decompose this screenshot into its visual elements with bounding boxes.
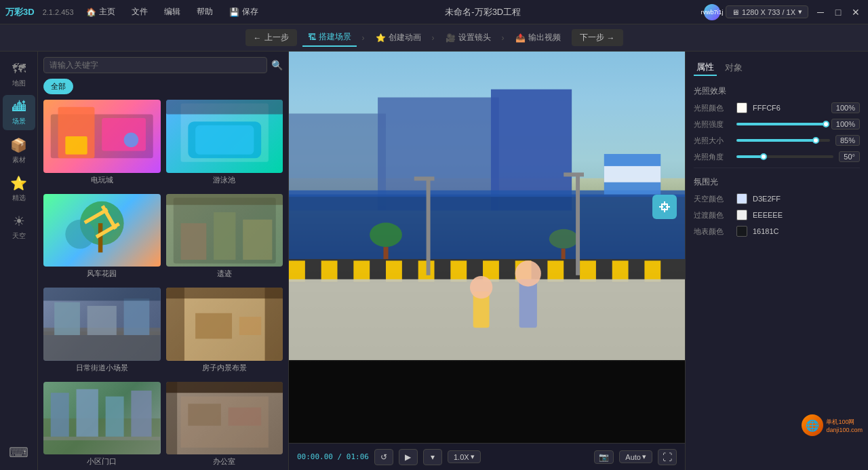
svg-rect-16 bbox=[180, 223, 206, 260]
play-button[interactable]: ▶ bbox=[399, 449, 418, 465]
asset-thumb-arcade bbox=[43, 100, 161, 173]
monitor-icon: 🖥 bbox=[732, 8, 739, 16]
nav-home[interactable]: 🏠 主页 bbox=[82, 3, 119, 20]
nav-file[interactable]: 文件 bbox=[127, 3, 152, 20]
filter-bar: 全部 bbox=[38, 79, 288, 100]
search-input[interactable] bbox=[43, 57, 267, 73]
letterbox-bottom bbox=[289, 361, 685, 443]
resolution-badge[interactable]: 🖥 1280 X 733 / 1X ▾ bbox=[726, 5, 808, 18]
sidebar-item-scene[interactable]: 🏙 场景 bbox=[3, 95, 35, 130]
app-name: 万彩3D bbox=[5, 6, 35, 18]
camera-mode-selector[interactable]: Auto ▾ bbox=[619, 450, 652, 463]
asset-thumb-pool bbox=[166, 100, 283, 173]
tab-properties[interactable]: 属性 bbox=[694, 60, 717, 76]
props-header: 属性 对象 bbox=[694, 60, 860, 76]
prop-label-sky-color: 天空颜色 bbox=[694, 194, 731, 204]
list-item[interactable]: 风车花园 bbox=[43, 194, 161, 283]
play-dropdown[interactable]: ▾ bbox=[423, 449, 442, 465]
svg-rect-19 bbox=[166, 194, 283, 205]
map-icon: 🗺 bbox=[12, 61, 26, 77]
tab-object[interactable]: 对象 bbox=[722, 60, 745, 75]
light-color-swatch[interactable] bbox=[736, 102, 747, 113]
sidebar-item-materials[interactable]: 📦 素材 bbox=[3, 133, 35, 168]
list-item[interactable]: 房子内景布景 bbox=[166, 288, 283, 376]
svg-rect-59 bbox=[547, 260, 564, 281]
svg-rect-73 bbox=[414, 176, 435, 180]
list-item[interactable]: 小区门口 bbox=[43, 382, 161, 471]
svg-rect-11 bbox=[98, 223, 102, 252]
arrow-right-icon: → bbox=[607, 33, 615, 43]
svg-rect-48 bbox=[289, 195, 685, 259]
light-angle-slider[interactable] bbox=[736, 155, 833, 158]
watermark: 🌐 单机100网 danji100.com bbox=[802, 414, 863, 436]
rewind-button[interactable]: ↺ bbox=[374, 449, 393, 465]
step-sep-3: › bbox=[502, 33, 505, 43]
window-controls: ─ □ ✕ bbox=[814, 5, 863, 19]
sidebar-item-subtitle[interactable]: ⌨ bbox=[3, 435, 35, 470]
svg-rect-25 bbox=[43, 288, 161, 300]
list-item[interactable]: 游泳池 bbox=[166, 100, 283, 189]
step-build-scene[interactable]: 🏗 搭建场景 bbox=[302, 28, 357, 47]
trans-color-swatch[interactable] bbox=[736, 210, 747, 220]
step-create-animation[interactable]: ⭐ 创建动画 bbox=[370, 29, 427, 46]
chevron-down-icon: ▾ bbox=[642, 452, 646, 461]
close-button[interactable]: ✕ bbox=[849, 5, 863, 19]
svg-rect-20 bbox=[43, 332, 161, 361]
light-angle-value: 50° bbox=[839, 151, 860, 162]
chevron-down-icon: ▾ bbox=[471, 452, 475, 461]
svg-rect-36 bbox=[131, 390, 151, 436]
svg-point-10 bbox=[65, 219, 94, 248]
minimize-button[interactable]: ─ bbox=[814, 5, 827, 19]
ambient-section-title: 氛围光 bbox=[694, 176, 860, 188]
svg-point-69 bbox=[470, 276, 492, 298]
filter-all[interactable]: 全部 bbox=[43, 79, 73, 94]
export-icon: 📤 bbox=[515, 33, 526, 43]
step-export-video[interactable]: 📤 输出视频 bbox=[510, 29, 566, 46]
svg-rect-61 bbox=[612, 260, 629, 281]
search-button[interactable]: 🔍 bbox=[271, 60, 283, 71]
step-set-camera[interactable]: 🎥 设置镜头 bbox=[440, 29, 496, 46]
save-button[interactable]: 💾 保存 bbox=[225, 3, 262, 20]
svg-rect-56 bbox=[450, 260, 467, 281]
svg-point-64 bbox=[370, 222, 402, 247]
asset-thumb-community bbox=[43, 382, 161, 455]
sky-color-swatch[interactable] bbox=[736, 193, 747, 204]
avatar[interactable]: rvwb7i1j bbox=[704, 4, 720, 20]
svg-rect-30 bbox=[195, 313, 232, 339]
next-step-button[interactable]: 下一步 → bbox=[572, 29, 623, 46]
sidebar-item-sky[interactable]: ☀ 天空 bbox=[3, 209, 35, 244]
svg-rect-28 bbox=[264, 288, 283, 361]
camera-button[interactable]: 📷 bbox=[594, 450, 614, 464]
list-item[interactable]: 办公室 bbox=[166, 382, 283, 471]
svg-rect-53 bbox=[353, 260, 370, 281]
search-bar: 🔍 bbox=[38, 52, 288, 79]
maximize-button[interactable]: □ bbox=[831, 5, 845, 19]
list-item[interactable]: 日常街道小场景 bbox=[43, 288, 161, 376]
light-size-slider[interactable] bbox=[736, 139, 830, 142]
light-intensity-slider[interactable] bbox=[736, 123, 826, 125]
asset-label-ruins: 遗迹 bbox=[166, 269, 283, 279]
list-item[interactable]: 电玩城 bbox=[43, 100, 161, 189]
svg-rect-2 bbox=[102, 118, 146, 151]
lighting-section-title: 光照效果 bbox=[694, 85, 860, 97]
sidebar-item-selection[interactable]: ⭐ 精选 bbox=[3, 171, 35, 206]
svg-rect-7 bbox=[195, 125, 254, 155]
asset-label-arcade: 电玩城 bbox=[43, 175, 161, 185]
sidebar-item-map[interactable]: 🗺 地图 bbox=[3, 57, 35, 92]
svg-rect-74 bbox=[576, 174, 580, 275]
asset-label-windmill: 风车花园 bbox=[43, 269, 161, 279]
crosshair-button[interactable] bbox=[652, 195, 677, 219]
nav-edit[interactable]: 编辑 bbox=[160, 3, 184, 20]
nav-help[interactable]: 帮助 bbox=[193, 3, 217, 20]
svg-rect-22 bbox=[54, 302, 80, 336]
prop-light-color: 光照颜色 FFFCF6 100% bbox=[694, 102, 860, 113]
viewport-canvas[interactable] bbox=[289, 52, 685, 361]
fullscreen-button[interactable]: ⛶ bbox=[658, 449, 677, 465]
list-item[interactable]: 遗迹 bbox=[166, 194, 283, 283]
watermark-icon: 🌐 bbox=[802, 414, 823, 436]
ground-color-swatch[interactable] bbox=[736, 226, 747, 237]
prev-step-button[interactable]: ← 上一步 bbox=[245, 29, 297, 46]
arrow-left-icon: ← bbox=[254, 33, 262, 43]
speed-selector[interactable]: 1.0X ▾ bbox=[448, 450, 481, 463]
trans-color-value: EEEEEE bbox=[753, 211, 793, 219]
